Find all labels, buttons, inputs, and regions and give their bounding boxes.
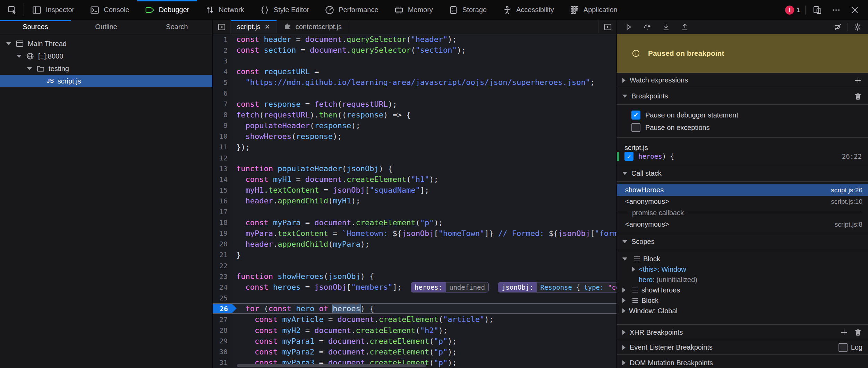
tab-application[interactable]: Application <box>562 0 625 20</box>
code-line-24[interactable]: 24 const heroes = jsonObj["members"];her… <box>213 282 616 292</box>
tab-storage[interactable]: Storage <box>441 0 494 20</box>
stack-frame[interactable]: <anonymous>script.js:10 <box>617 196 868 207</box>
sidebar-tab-outline[interactable]: Outline <box>71 20 142 34</box>
section-breakpoints[interactable]: Breakpoints <box>617 88 868 105</box>
line-number[interactable]: 31 <box>213 357 232 368</box>
code-line-7[interactable]: 7const response = fetch(requestURL); <box>213 99 616 109</box>
editor-tab-script-js[interactable]: script.js✕ <box>231 20 277 34</box>
line-number[interactable]: 17 <box>213 207 232 217</box>
expander-icon[interactable] <box>622 288 626 292</box>
breakpoint-option[interactable]: Pause on exceptions <box>617 121 868 134</box>
expander-icon[interactable] <box>632 267 635 272</box>
code-line-26[interactable]: 26 for (const hero of heroes) { <box>213 303 616 314</box>
code-line-2[interactable]: 2const section = document.querySelector(… <box>213 45 616 55</box>
code-line-17[interactable]: 17 <box>213 207 616 217</box>
line-number[interactable]: 1 <box>213 34 232 45</box>
line-number[interactable]: 4 <box>213 66 232 77</box>
responsive-design-icon[interactable] <box>810 3 824 17</box>
expand-panel-icon[interactable] <box>598 20 616 34</box>
step-out-icon[interactable] <box>678 20 692 34</box>
code-line-3[interactable]: 3 <box>213 55 616 66</box>
section-xhr-breakpoints[interactable]: XHR Breakpoints <box>617 324 868 340</box>
line-number[interactable]: 21 <box>213 249 232 260</box>
step-over-icon[interactable] <box>640 20 654 34</box>
code-line-6[interactable]: 6 <box>213 88 616 98</box>
code-line-25[interactable]: 25 <box>213 292 616 303</box>
code-line-30[interactable]: 30 const myPara2 = document.createElemen… <box>213 347 616 357</box>
tree-item-testing[interactable]: testing <box>0 62 212 75</box>
line-number[interactable]: 15 <box>213 185 232 195</box>
scope-row[interactable]: hero: (uninitialized) <box>617 274 868 285</box>
line-number[interactable]: 10 <box>213 131 232 142</box>
tab-inspector[interactable]: Inspector <box>24 0 82 20</box>
close-icon[interactable] <box>848 3 862 17</box>
sidebar-tab-sources[interactable]: Sources <box>0 20 71 34</box>
code-line-27[interactable]: 27 const myArticle = document.createElem… <box>213 314 616 325</box>
line-number[interactable]: 20 <box>213 239 232 249</box>
remove-xhr-breakpoints-icon[interactable] <box>853 328 862 337</box>
expander-icon[interactable] <box>27 67 32 70</box>
breakpoint-item[interactable]: ✓ heroes) { 26:22 <box>617 152 868 161</box>
checkbox[interactable] <box>631 123 640 132</box>
stack-frame[interactable]: showHeroesscript.js:26 <box>617 184 868 196</box>
line-number[interactable]: 13 <box>213 163 232 174</box>
tab-debugger[interactable]: Debugger <box>137 0 197 20</box>
sidebar-tab-search[interactable]: Search <box>142 20 212 34</box>
editor-tab-contentscript-js[interactable]: contentscript.js <box>277 20 348 34</box>
code-line-29[interactable]: 29 const myPara1 = document.createElemen… <box>213 336 616 347</box>
line-number[interactable]: 5 <box>213 77 232 88</box>
scope-row[interactable]: showHeroes <box>617 285 868 295</box>
code-line-15[interactable]: 15 myH1.textContent = jsonObj["squadName… <box>213 185 616 195</box>
code-line-20[interactable]: 20 header.appendChild(myPara); <box>213 239 616 249</box>
pick-element-icon[interactable] <box>6 3 19 17</box>
code-line-19[interactable]: 19 myPara.textContent = `Hometown: ${jso… <box>213 228 616 239</box>
line-number[interactable]: 12 <box>213 152 232 163</box>
expander-icon[interactable] <box>17 55 22 58</box>
line-number[interactable]: 30 <box>213 347 232 357</box>
tab-style-editor[interactable]: Style Editor <box>252 0 317 20</box>
code-line-1[interactable]: 1const header = document.querySelector("… <box>213 34 616 45</box>
line-number[interactable]: 3 <box>213 55 232 66</box>
tree-item--8000[interactable]: [::]:8000 <box>0 50 212 62</box>
code-line-18[interactable]: 18 const myPara = document.createElement… <box>213 217 616 228</box>
step-in-icon[interactable] <box>659 20 673 34</box>
scope-row[interactable]: Block <box>617 254 868 264</box>
scope-row[interactable]: Window: Global <box>617 306 868 316</box>
log-checkbox[interactable] <box>839 343 848 352</box>
scope-row[interactable]: <this>: Window <box>617 264 868 274</box>
tab-console[interactable]: Console <box>82 0 137 20</box>
expander-icon[interactable] <box>622 298 626 303</box>
tree-item-main-thread[interactable]: Main Thread <box>0 37 212 50</box>
section-watch-expressions[interactable]: Watch expressions <box>617 73 868 88</box>
code-line-23[interactable]: 23function showHeroes(jsonObj) { <box>213 271 616 282</box>
line-number[interactable]: 9 <box>213 120 232 131</box>
resume-icon[interactable] <box>622 20 636 34</box>
line-number[interactable]: 11 <box>213 142 232 152</box>
close-tab-icon[interactable]: ✕ <box>265 23 270 31</box>
settings-gear-icon[interactable] <box>851 20 865 34</box>
stack-frame[interactable]: <anonymous>script.js:8 <box>617 219 868 230</box>
code-line-10[interactable]: 10 showHeroes(response); <box>213 131 616 142</box>
line-number[interactable]: 6 <box>213 88 232 98</box>
tree-item-script-js[interactable]: JSscript.js <box>0 75 212 87</box>
section-scopes[interactable]: Scopes <box>617 233 868 250</box>
line-number[interactable]: 7 <box>213 99 232 109</box>
remove-breakpoints-icon[interactable] <box>853 92 862 101</box>
horizontal-scrollbar[interactable] <box>237 364 426 367</box>
line-number[interactable]: 16 <box>213 195 232 206</box>
tab-network[interactable]: Network <box>197 0 252 20</box>
section-dom-mutation-breakpoints[interactable]: DOM Mutation Breakpoints <box>617 355 868 368</box>
breakpoint-option[interactable]: ✓Pause on debugger statement <box>617 109 868 121</box>
checkbox[interactable]: ✓ <box>631 111 640 120</box>
line-number[interactable]: 29 <box>213 336 232 347</box>
expander-icon[interactable] <box>622 308 626 313</box>
line-number[interactable]: 8 <box>213 109 232 120</box>
tab-performance[interactable]: Performance <box>317 0 386 20</box>
code-line-14[interactable]: 14 const myH1 = document.createElement("… <box>213 174 616 185</box>
section-event-listener-breakpoints[interactable]: Event Listener Breakpoints Log <box>617 340 868 355</box>
code-line-11[interactable]: 11}); <box>213 142 616 152</box>
code-line-16[interactable]: 16 header.appendChild(myH1); <box>213 195 616 206</box>
line-number[interactable]: 14 <box>213 174 232 185</box>
meatball-menu-icon[interactable] <box>829 3 843 17</box>
code-line-8[interactable]: 8fetch(requestURL).then((response) => { <box>213 109 616 120</box>
